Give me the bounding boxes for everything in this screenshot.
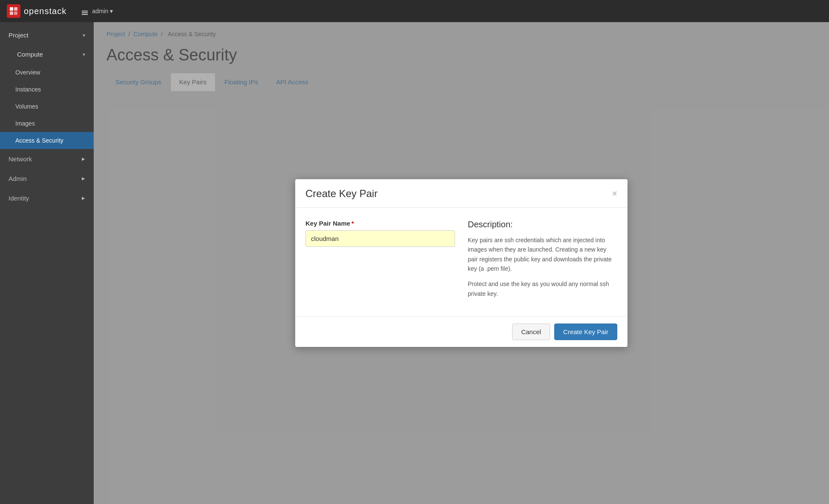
sidebar-compute-label: Compute bbox=[17, 51, 43, 58]
sidebar-item-images[interactable]: Images bbox=[0, 115, 94, 132]
modal-header: Create Key Pair × bbox=[295, 179, 628, 208]
instances-label: Instances bbox=[15, 86, 41, 93]
key-pair-name-label: Key Pair Name* bbox=[305, 220, 455, 227]
volumes-label: Volumes bbox=[15, 103, 38, 110]
modal-footer: Cancel Create Key Pair bbox=[295, 316, 628, 347]
cancel-button[interactable]: Cancel bbox=[512, 324, 550, 340]
images-label: Images bbox=[15, 120, 35, 127]
key-pair-name-input[interactable] bbox=[305, 230, 455, 247]
sidebar-item-project[interactable]: Project ▾ bbox=[0, 26, 94, 45]
modal-overlay: Create Key Pair × Key Pair Name* Descrip… bbox=[94, 22, 829, 504]
chevron-down-icon: ▾ bbox=[83, 32, 85, 38]
network-label: Network bbox=[9, 155, 32, 163]
chevron-down-icon: ▾ bbox=[83, 52, 85, 57]
chevron-right-icon: ▸ bbox=[82, 155, 85, 163]
sidebar-item-network[interactable]: Network ▸ bbox=[0, 149, 94, 169]
chevron-right-icon: ▸ bbox=[82, 194, 85, 202]
top-navbar: openstack admin ▾ bbox=[0, 0, 829, 22]
content-area: Project / Compute / Access & Security Ac… bbox=[94, 22, 829, 504]
chevron-right-icon: ▸ bbox=[82, 175, 85, 182]
sidebar-item-compute[interactable]: Compute ▾ bbox=[0, 45, 94, 64]
menu-icon bbox=[82, 11, 88, 11]
svg-rect-0 bbox=[10, 7, 13, 11]
logo: openstack bbox=[7, 4, 66, 18]
admin-label: admin bbox=[92, 8, 108, 14]
logo-icon bbox=[7, 4, 20, 18]
create-key-pair-button[interactable]: Create Key Pair bbox=[554, 324, 617, 340]
brand-name: openstack bbox=[24, 6, 66, 16]
admin-menu[interactable]: admin ▾ bbox=[82, 8, 113, 14]
sidebar-item-volumes[interactable]: Volumes bbox=[0, 98, 94, 115]
modal-description-section: Description: Key pairs are ssh credentia… bbox=[468, 220, 617, 304]
svg-rect-1 bbox=[14, 7, 17, 11]
description-paragraph-2: Protect and use the key as you would any… bbox=[468, 279, 617, 298]
modal-form-section: Key Pair Name* bbox=[305, 220, 455, 304]
sidebar-item-admin[interactable]: Admin ▸ bbox=[0, 169, 94, 188]
description-paragraph-1: Key pairs are ssh credentials which are … bbox=[468, 235, 617, 274]
sidebar-item-instances[interactable]: Instances bbox=[0, 81, 94, 98]
sidebar-item-access-security[interactable]: Access & Security bbox=[0, 132, 94, 149]
sidebar-project-label: Project bbox=[9, 32, 29, 39]
modal-close-button[interactable]: × bbox=[612, 189, 617, 198]
required-marker: * bbox=[351, 220, 354, 227]
svg-rect-3 bbox=[14, 11, 17, 15]
description-title: Description: bbox=[468, 220, 617, 229]
access-security-label: Access & Security bbox=[15, 137, 63, 144]
sidebar-item-overview[interactable]: Overview bbox=[0, 64, 94, 81]
identity-label: Identity bbox=[9, 195, 29, 202]
overview-label: Overview bbox=[15, 69, 40, 76]
sidebar: Project ▾ Compute ▾ Overview Instances V… bbox=[0, 22, 94, 504]
admin-label: Admin bbox=[9, 175, 27, 182]
modal-title: Create Key Pair bbox=[305, 188, 377, 200]
dropdown-icon: ▾ bbox=[110, 8, 113, 14]
sidebar-item-identity[interactable]: Identity ▸ bbox=[0, 188, 94, 208]
create-key-pair-modal: Create Key Pair × Key Pair Name* Descrip… bbox=[295, 179, 628, 347]
modal-body: Key Pair Name* Description: Key pairs ar… bbox=[295, 208, 628, 316]
svg-rect-2 bbox=[10, 11, 13, 15]
